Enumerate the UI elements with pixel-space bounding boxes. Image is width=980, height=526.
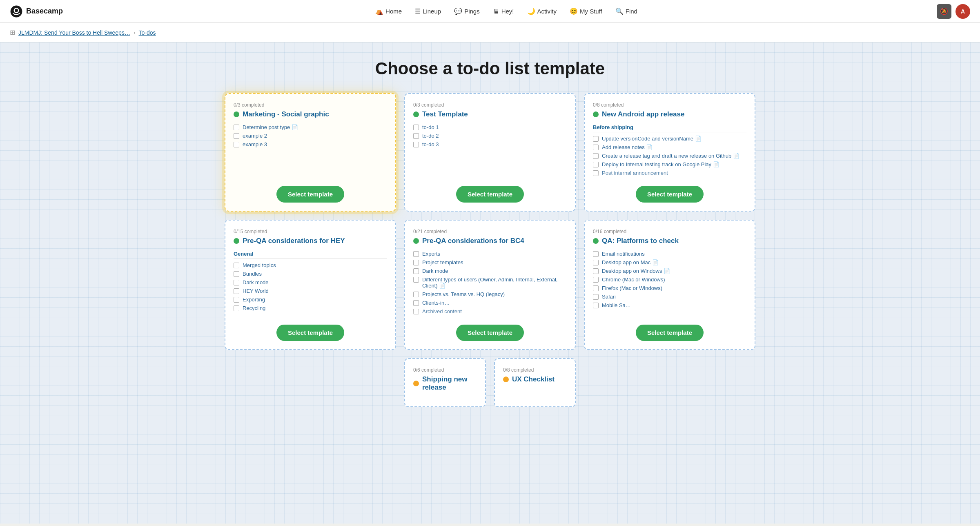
card-meta: 0/8 completed bbox=[503, 367, 567, 373]
todo-item: Safari bbox=[593, 294, 746, 300]
todo-item: Dark mode bbox=[234, 279, 387, 285]
status-dot bbox=[413, 381, 419, 386]
todo-checkbox[interactable] bbox=[593, 145, 599, 150]
todo-checkbox[interactable] bbox=[413, 142, 419, 147]
todo-checkbox[interactable] bbox=[413, 260, 419, 265]
template-card-ux-checklist: 0/8 completed UX Checklist bbox=[494, 358, 576, 407]
todo-list: Merged topics Bundles Dark mode HEY Worl… bbox=[234, 262, 387, 314]
todo-checkbox[interactable] bbox=[234, 271, 239, 277]
todo-checkbox[interactable] bbox=[593, 294, 599, 300]
breadcrumb: ⊞ JLMDMJ: Send Your Boss to Hell Sweeps…… bbox=[0, 23, 980, 42]
status-dot bbox=[503, 377, 509, 382]
todo-checkbox[interactable] bbox=[593, 303, 599, 308]
breadcrumb-section[interactable]: To-dos bbox=[139, 29, 156, 36]
todo-item: Chrome (Mac or Windows) bbox=[593, 276, 746, 283]
card-header: QA: Platforms to check bbox=[593, 237, 746, 245]
select-template-button-3[interactable]: Select template bbox=[276, 324, 344, 341]
todo-checkbox[interactable] bbox=[234, 288, 239, 294]
todo-checkbox[interactable] bbox=[593, 136, 599, 142]
todo-item: Dark mode bbox=[413, 268, 567, 274]
top-navigation: Basecamp ⛺ Home ☰ Lineup 💬 Pings 🖥 Hey! … bbox=[0, 0, 980, 23]
select-template-button-0[interactable]: Select template bbox=[276, 186, 344, 203]
avatar-button[interactable]: A bbox=[956, 4, 970, 19]
nav-right: 🔕 A bbox=[937, 4, 970, 19]
button-row: Select template bbox=[413, 314, 567, 341]
todo-checkbox[interactable] bbox=[593, 285, 599, 291]
card-title: UX Checklist bbox=[512, 375, 555, 383]
todo-checkbox[interactable] bbox=[234, 280, 239, 285]
todo-checkbox[interactable] bbox=[234, 133, 239, 139]
card-header: Shipping new release bbox=[413, 375, 477, 392]
breadcrumb-project[interactable]: JLMDMJ: Send Your Boss to Hell Sweeps… bbox=[18, 29, 130, 36]
hey-icon: 🖥 bbox=[493, 8, 499, 15]
card-header: New Android app release bbox=[593, 110, 746, 118]
todo-checkbox[interactable] bbox=[413, 125, 419, 130]
nav-mystuff[interactable]: 😊 My Stuff bbox=[564, 4, 608, 18]
todo-checkbox[interactable] bbox=[413, 268, 419, 274]
notifications-button[interactable]: 🔕 bbox=[937, 4, 951, 19]
card-meta: 0/8 completed bbox=[593, 102, 746, 108]
nav-lineup[interactable]: ☰ Lineup bbox=[409, 4, 447, 18]
card-title: Shipping new release bbox=[422, 375, 477, 392]
card-title: Pre-QA considerations for BC4 bbox=[422, 237, 524, 245]
status-dot bbox=[234, 111, 239, 117]
todo-item: Post internal announcement bbox=[593, 170, 746, 176]
todo-item: Recycling bbox=[234, 305, 387, 311]
todo-checkbox[interactable] bbox=[593, 162, 599, 167]
todo-item: Mobile Sa… bbox=[593, 302, 746, 308]
card-header: Pre-QA considerations for BC4 bbox=[413, 237, 567, 245]
nav-pings[interactable]: 💬 Pings bbox=[448, 4, 486, 18]
button-row: Select template bbox=[234, 176, 387, 203]
todo-checkbox[interactable] bbox=[234, 142, 239, 147]
todo-list: to-do 1 to-do 2 to-do 3 bbox=[413, 124, 567, 176]
find-icon: 🔍 bbox=[615, 7, 624, 15]
nav-find[interactable]: 🔍 Find bbox=[610, 4, 643, 18]
todo-item: Email notifications bbox=[593, 251, 746, 257]
todo-item: Desktop app on Windows 📄 bbox=[593, 268, 746, 274]
todo-item: Add release notes 📄 bbox=[593, 144, 746, 150]
logo[interactable]: Basecamp bbox=[10, 5, 63, 18]
todo-item: Update versionCode and versionName 📄 bbox=[593, 136, 746, 142]
todo-checkbox[interactable] bbox=[593, 277, 599, 283]
nav-activity[interactable]: 🌙 Activity bbox=[521, 4, 563, 18]
todo-item: example 2 bbox=[234, 133, 387, 139]
select-template-button-2[interactable]: Select template bbox=[636, 186, 704, 203]
card-meta: 0/6 completed bbox=[413, 367, 477, 373]
todo-list: Email notifications Desktop app on Mac 📄… bbox=[593, 251, 746, 314]
select-template-button-1[interactable]: Select template bbox=[456, 186, 524, 203]
todo-checkbox[interactable] bbox=[593, 153, 599, 159]
select-template-button-4[interactable]: Select template bbox=[456, 324, 524, 341]
todo-list: Update versionCode and versionName 📄 Add… bbox=[593, 136, 746, 176]
todo-item: Different types of users (Owner, Admin, … bbox=[413, 276, 567, 289]
todo-checkbox[interactable] bbox=[234, 305, 239, 311]
todo-checkbox[interactable] bbox=[234, 125, 239, 130]
todo-checkbox[interactable] bbox=[593, 170, 599, 176]
todo-checkbox[interactable] bbox=[593, 251, 599, 257]
todo-checkbox[interactable] bbox=[593, 268, 599, 274]
home-icon: ⛺ bbox=[375, 7, 383, 15]
todo-checkbox[interactable] bbox=[413, 300, 419, 306]
todo-item: Archived content bbox=[413, 308, 567, 314]
template-card-test-template: 0/3 completed Test Template to-do 1 to-d… bbox=[404, 93, 576, 212]
todo-checkbox[interactable] bbox=[234, 297, 239, 303]
mystuff-icon: 😊 bbox=[570, 7, 578, 15]
todo-checkbox[interactable] bbox=[413, 292, 419, 297]
todo-checkbox[interactable] bbox=[234, 263, 239, 268]
todo-checkbox[interactable] bbox=[413, 309, 419, 314]
todo-item: to-do 3 bbox=[413, 141, 567, 147]
todo-checkbox[interactable] bbox=[413, 251, 419, 257]
template-card-marketing-social: 0/3 completed Marketing - Social graphic… bbox=[225, 93, 396, 212]
status-dot bbox=[413, 111, 419, 117]
nav-hey[interactable]: 🖥 Hey! bbox=[487, 5, 520, 18]
todo-checkbox[interactable] bbox=[593, 260, 599, 265]
status-dot bbox=[593, 111, 599, 117]
nav-home[interactable]: ⛺ Home bbox=[370, 4, 408, 18]
todo-item: example 3 bbox=[234, 141, 387, 147]
template-card-qa-platforms: 0/16 completed QA: Platforms to check Em… bbox=[584, 220, 755, 350]
card-meta: 0/16 completed bbox=[593, 229, 746, 234]
card-header: Pre-QA considerations for HEY bbox=[234, 237, 387, 245]
todo-checkbox[interactable] bbox=[413, 133, 419, 139]
todo-item: Exporting bbox=[234, 296, 387, 303]
select-template-button-5[interactable]: Select template bbox=[636, 324, 704, 341]
todo-checkbox[interactable] bbox=[413, 277, 419, 283]
